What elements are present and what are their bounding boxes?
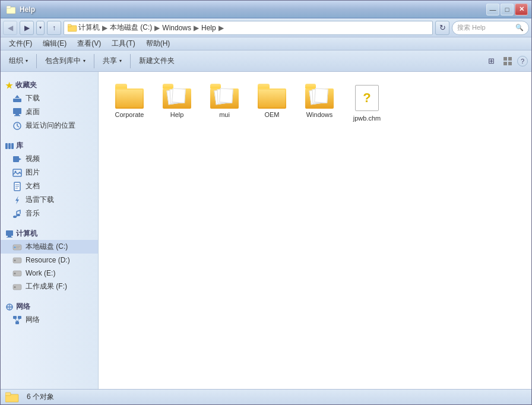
svg-line-49 [15,319,17,321]
network-section-icon [5,303,14,311]
menu-edit[interactable]: 编辑(E) [38,37,71,50]
file-label-mui: mui [219,111,230,119]
menu-view[interactable]: 查看(V) [72,37,106,50]
nav-dropdown[interactable]: ▾ [36,21,45,35]
toolbar-sep-1 [36,54,37,68]
svg-line-15 [17,126,19,127]
maximize-button[interactable]: □ [501,4,514,15]
music-icon [12,209,22,219]
star-icon: ★ [5,81,13,90]
window-icon [7,5,16,14]
up-button[interactable]: ↑ [47,21,61,35]
svg-rect-47 [18,316,21,319]
chm-file-icon: ? [353,84,381,112]
svg-rect-6 [504,62,507,65]
address-path[interactable]: 计算机 ▶ 本地磁盘 (C:) ▶ Windows ▶ Help ▶ [64,21,433,35]
view-dropdown-button[interactable]: ⊞ [484,54,498,68]
search-box[interactable]: 搜索 Help 🔍 [452,21,529,35]
svg-rect-12 [14,115,20,116]
forward-button[interactable]: ▶ [20,21,34,35]
svg-rect-8 [13,99,21,102]
toolbar: 组织 ▾ 包含到库中 ▾ 共享 ▾ 新建文件夹 ⊞ [1,50,531,72]
sidebar-favorites-title: ★ 收藏夹 [1,77,98,91]
refresh-button[interactable]: ↻ [435,21,449,35]
menu-file[interactable]: 文件(F) [4,37,37,50]
file-label-chm: jpwb.chm [353,115,381,122]
folder-corporate-icon [115,84,144,109]
include-library-button[interactable]: 包含到库中 ▾ [40,53,90,69]
sidebar-item-network[interactable]: 网络 [1,313,98,327]
path-drive: 本地磁盘 (C:) [110,23,152,33]
close-button[interactable]: ✕ [515,4,528,15]
file-item-chm[interactable]: ? jpwb.chm [346,81,388,125]
file-item-oem[interactable]: OEM [251,81,293,125]
svg-rect-16 [5,143,8,149]
minimize-button[interactable]: — [486,4,499,15]
toolbar-sep-3 [130,54,131,68]
sidebar-item-thunder[interactable]: 迅雷下载 [1,193,98,207]
svg-rect-31 [6,230,13,236]
view-toggle-button[interactable] [501,54,515,68]
recent-icon [12,121,22,131]
svg-point-28 [13,216,17,218]
new-folder-button[interactable]: 新建文件夹 [134,53,179,69]
svg-marker-20 [19,158,21,160]
file-label-oem: OEM [264,111,279,119]
sidebar-network-title: 网络 [1,298,98,313]
e-drive-icon [12,268,22,278]
thunder-icon [12,195,22,205]
toolbar-sep-2 [94,54,94,68]
file-label-help: Help [170,111,184,119]
sidebar-item-e-drive[interactable]: Work (E:) [1,267,98,280]
organize-button[interactable]: 组织 ▾ [4,53,33,69]
menu-help[interactable]: 帮助(H) [141,37,175,50]
sidebar: ★ 收藏夹 下载 桌面 [1,72,99,389]
search-icon: 🔍 [515,24,524,31]
folder-oem-icon [258,84,286,109]
svg-rect-7 [508,62,512,65]
status-bar: 6 个对象 [1,389,531,404]
view-layout-icon [504,57,512,65]
sidebar-item-music[interactable]: 音乐 [1,207,98,220]
library-icon [5,142,14,150]
svg-rect-10 [13,108,21,114]
sidebar-item-c-drive[interactable]: 本地磁盘 (C:) [1,240,98,254]
address-bar: ◀ ▶ ▾ ↑ 计算机 ▶ 本地磁盘 (C:) ▶ Windows ▶ Help… [1,18,531,37]
svg-rect-17 [8,143,11,149]
file-item-corporate[interactable]: Corporate [108,81,151,125]
sidebar-item-f-drive[interactable]: 工作成果 (F:) [1,280,98,293]
video-icon [12,154,22,164]
status-count: 6 个对象 [27,392,54,402]
file-item-windows[interactable]: Windows [298,81,341,125]
help-button[interactable]: ? [517,56,528,67]
svg-point-39 [14,260,16,261]
svg-rect-33 [7,237,12,238]
sidebar-item-desktop[interactable]: 桌面 [1,105,98,119]
svg-rect-46 [13,316,17,319]
menu-tools[interactable]: 工具(T) [107,37,140,50]
sidebar-item-document[interactable]: 文档 [1,179,98,193]
svg-rect-19 [13,156,19,162]
sidebar-item-download[interactable]: 下载 [1,91,98,105]
sidebar-item-d-drive[interactable]: Resource (D:) [1,254,98,267]
f-drive-icon [12,282,22,292]
menu-bar: 文件(F) 编辑(E) 查看(V) 工具(T) 帮助(H) [1,37,531,50]
sidebar-item-video[interactable]: 视频 [1,152,98,166]
svg-rect-36 [16,246,20,247]
svg-rect-4 [504,57,507,61]
sidebar-divider-1 [1,132,98,137]
sidebar-item-image[interactable]: 图片 [1,166,98,179]
toolbar-right: ⊞ ? [484,54,528,68]
svg-rect-37 [16,248,19,248]
file-item-help[interactable]: Help [156,81,198,125]
chm-question-mark: ? [363,90,370,106]
svg-marker-27 [15,196,19,204]
sidebar-item-recent[interactable]: 最近访问的位置 [1,119,98,132]
back-button[interactable]: ◀ [3,21,17,35]
content-area: Corporate Help [99,72,531,389]
file-label-windows: Windows [306,111,333,119]
share-button[interactable]: 共享 ▾ [98,53,126,69]
file-item-mui[interactable]: mui [203,81,246,125]
sidebar-library-title: 库 [1,137,98,152]
path-computer: 计算机 [78,23,100,33]
